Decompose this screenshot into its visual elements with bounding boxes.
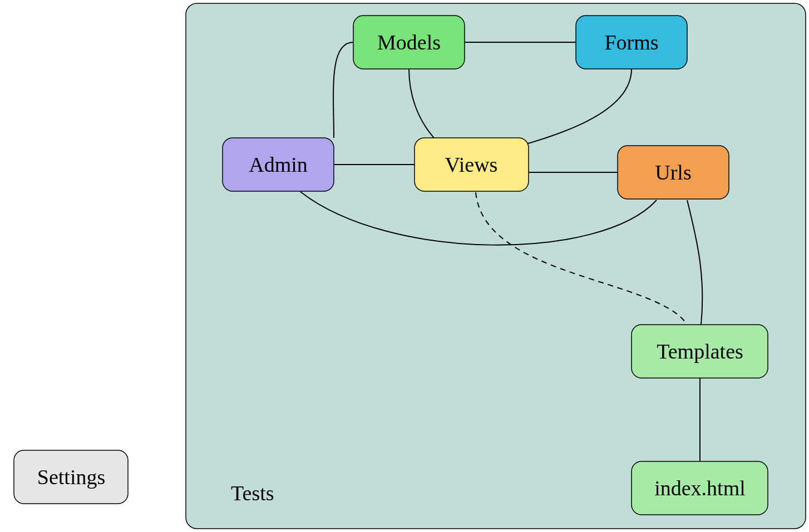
node-urls-label: Urls	[655, 161, 691, 184]
node-admin-label: Admin	[249, 153, 308, 176]
node-templates: Templates	[632, 325, 768, 378]
node-models: Models	[353, 16, 465, 69]
node-settings: Settings	[14, 450, 128, 504]
node-index: index.html	[632, 461, 768, 515]
node-urls: Urls	[618, 146, 729, 199]
node-index-label: index.html	[654, 476, 746, 500]
node-views: Views	[415, 138, 529, 191]
node-forms-label: Forms	[604, 31, 658, 54]
node-models-label: Models	[377, 31, 441, 54]
node-admin: Admin	[223, 138, 334, 191]
node-forms: Forms	[576, 16, 687, 69]
node-views-label: Views	[445, 153, 498, 176]
tests-container	[186, 3, 806, 529]
node-templates-label: Templates	[657, 340, 743, 363]
tests-label: Tests	[231, 481, 274, 505]
node-settings-label: Settings	[37, 465, 105, 489]
